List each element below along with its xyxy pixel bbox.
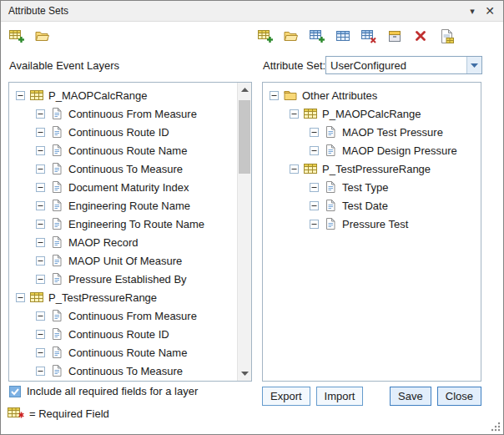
export-button[interactable]: Export xyxy=(262,387,310,406)
tree-item-label: Engineering Route Name xyxy=(68,200,190,212)
tree-item-continuous-to-measure[interactable]: Continuous To Measure xyxy=(9,362,237,380)
available-layers-panel: P_MAOPCalcRangeContinuous From MeasureCo… xyxy=(8,82,252,382)
expand-minus-icon[interactable] xyxy=(290,109,299,119)
expand-minus-icon[interactable] xyxy=(36,311,45,321)
expand-minus-icon[interactable] xyxy=(310,220,319,229)
save-set-icon[interactable] xyxy=(385,26,405,46)
titlebar[interactable]: Attribute Sets ▾ ✕ xyxy=(1,1,503,22)
import-button[interactable]: Import xyxy=(316,387,364,406)
tree-item-engineering-to-route-name[interactable]: Engineering To Route Name xyxy=(9,215,237,233)
tree-item-document-maturity-index[interactable]: Document Maturity Index xyxy=(9,178,237,196)
include-required-fields-checkbox[interactable]: Include all required fields for a layer xyxy=(9,385,198,397)
tree-item-maop-design-pressure[interactable]: MAOP Design Pressure xyxy=(263,141,481,159)
chevron-down-icon[interactable] xyxy=(466,57,481,73)
tree-item-label: MAOP Design Pressure xyxy=(342,144,457,157)
required-field-note: = Required Field xyxy=(8,406,109,422)
tree-item-continuous-route-name[interactable]: Continuous Route Name xyxy=(9,141,237,159)
expand-minus-icon[interactable] xyxy=(36,146,45,155)
field-icon xyxy=(50,327,65,341)
table-icon xyxy=(304,107,319,120)
tree-item-continuous-route-name[interactable]: Continuous Route Name xyxy=(9,343,237,362)
tree-item-continuous-to-measure[interactable]: Continuous To Measure xyxy=(9,159,237,178)
pin-menu-icon[interactable]: ▾ xyxy=(466,1,478,22)
tree-item-continuous-from-measure[interactable]: Continuous From Measure xyxy=(9,306,237,325)
field-icon xyxy=(50,364,65,377)
footer-buttons: ExportImportSaveClose xyxy=(262,387,481,406)
expand-minus-icon[interactable] xyxy=(36,201,45,210)
open-attribute-set-icon[interactable] xyxy=(33,26,53,46)
tree-item-continuous-route-id[interactable]: Continuous Route ID xyxy=(9,123,237,141)
field-icon xyxy=(50,199,65,212)
expand-minus-icon[interactable] xyxy=(290,164,299,174)
expand-minus-icon[interactable] xyxy=(36,330,45,339)
tree-item-maop-test-pressure[interactable]: MAOP Test Pressure xyxy=(263,123,481,141)
tree-item-p-testpressurerange[interactable]: P_TestPressureRange xyxy=(9,288,237,306)
field-icon xyxy=(50,272,65,286)
expand-minus-icon[interactable] xyxy=(36,220,45,229)
expand-minus-icon[interactable] xyxy=(36,128,45,137)
scrollbar-thumb[interactable] xyxy=(239,100,250,174)
tree-item-label: Continuous From Measure xyxy=(68,310,197,322)
window-title: Attribute Sets xyxy=(8,1,68,22)
save-button[interactable]: Save xyxy=(390,387,431,406)
close-button[interactable]: Close xyxy=(437,387,481,406)
report-icon[interactable] xyxy=(436,26,456,46)
expand-minus-icon[interactable] xyxy=(36,256,45,266)
remove-table-icon[interactable] xyxy=(359,26,379,46)
field-icon xyxy=(50,107,65,120)
expand-minus-icon[interactable] xyxy=(36,348,45,357)
resize-grip[interactable] xyxy=(490,421,501,432)
attribute-set-dropdown[interactable]: UserConfigured xyxy=(325,56,482,74)
tree-item-p-maopcalcrange[interactable]: P_MAOPCalcRange xyxy=(263,104,481,123)
toolbar xyxy=(1,22,503,50)
available-event-layers-label: Available Event Layers xyxy=(9,59,119,72)
expand-minus-icon[interactable] xyxy=(310,183,319,192)
close-icon[interactable]: ✕ xyxy=(483,1,496,22)
delete-icon[interactable] xyxy=(411,26,431,46)
tree-item-label: Other Attributes xyxy=(302,89,377,102)
tree-item-test-type[interactable]: Test Type xyxy=(263,178,481,196)
tree-item-label: MAOP Record xyxy=(68,236,139,249)
expand-minus-icon[interactable] xyxy=(16,91,25,100)
tree-item-other-attributes[interactable]: Other Attributes xyxy=(263,86,481,104)
tree-item-label: MAOP Test Pressure xyxy=(342,126,443,139)
new-attribute-set-icon[interactable] xyxy=(7,26,27,46)
expand-minus-icon[interactable] xyxy=(36,367,45,376)
vertical-scrollbar[interactable] xyxy=(237,83,251,381)
tree-item-label: Continuous Route Name xyxy=(68,346,187,359)
tree-item-continuous-from-measure[interactable]: Continuous From Measure xyxy=(9,104,237,123)
tree-item-continuous-route-id[interactable]: Continuous Route ID xyxy=(9,325,237,343)
table-icon[interactable] xyxy=(333,26,353,46)
tree-item-label: P_MAOPCalcRange xyxy=(322,108,421,120)
tree-item-p-maopcalcrange[interactable]: P_MAOPCalcRange xyxy=(9,86,237,104)
expand-minus-icon[interactable] xyxy=(36,183,45,192)
tree-item-p-testpressurerange[interactable]: P_TestPressureRange xyxy=(263,159,481,178)
add-table-icon[interactable] xyxy=(307,26,327,46)
tree-item-test-date[interactable]: Test Date xyxy=(263,196,481,215)
tree-item-maop-unit-of-measure[interactable]: MAOP Unit Of Measure xyxy=(9,251,237,270)
expand-minus-icon[interactable] xyxy=(36,275,45,284)
expand-minus-icon[interactable] xyxy=(16,293,25,302)
tree-item-label: Test Date xyxy=(342,200,388,212)
toolbar-right-group xyxy=(255,26,456,46)
expand-minus-icon[interactable] xyxy=(36,238,45,247)
expand-minus-icon[interactable] xyxy=(36,109,45,119)
field-icon xyxy=(50,125,65,139)
checkbox-checked-icon[interactable] xyxy=(9,386,21,397)
add-event-layer-icon[interactable] xyxy=(255,26,275,46)
expand-minus-icon[interactable] xyxy=(310,146,319,155)
scroll-up-icon[interactable] xyxy=(238,83,251,97)
tree-item-label: Engineering To Route Name xyxy=(68,218,204,230)
expand-minus-icon[interactable] xyxy=(36,164,45,174)
expand-minus-icon[interactable] xyxy=(270,91,279,100)
available-layers-tree: P_MAOPCalcRangeContinuous From MeasureCo… xyxy=(9,86,237,380)
expand-minus-icon[interactable] xyxy=(310,128,319,137)
tree-item-maop-record[interactable]: MAOP Record xyxy=(9,233,237,251)
tree-item-pressure-established-by[interactable]: Pressure Established By xyxy=(9,270,237,288)
tree-item-pressure-test[interactable]: Pressure Test xyxy=(263,215,481,233)
scroll-down-icon[interactable] xyxy=(238,367,251,381)
field-icon xyxy=(50,346,65,359)
expand-minus-icon[interactable] xyxy=(310,201,319,210)
tree-item-engineering-route-name[interactable]: Engineering Route Name xyxy=(9,196,237,215)
open-folder-icon[interactable] xyxy=(281,26,301,46)
